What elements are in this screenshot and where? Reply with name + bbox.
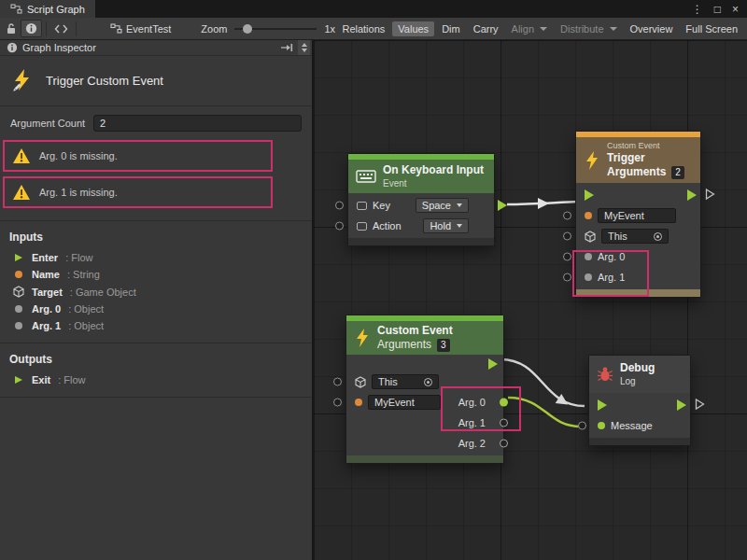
- connection-wires: [314, 40, 747, 560]
- dock-panel-icon[interactable]: [280, 42, 293, 53]
- unit-title: Trigger Custom Event: [46, 74, 163, 88]
- chevron-down-icon: [457, 224, 462, 228]
- node-header[interactable]: Custom Event Arguments 3: [346, 321, 503, 355]
- node-header[interactable]: Debug Log: [589, 356, 690, 393]
- event-name-row: MyEvent: [576, 205, 700, 226]
- edit-source-button[interactable]: [50, 21, 72, 36]
- arg0-input-port[interactable]: [563, 253, 571, 261]
- dim-button[interactable]: Dim: [436, 21, 466, 36]
- arg1-input-port[interactable]: [563, 273, 571, 282]
- relations-button[interactable]: Relations: [336, 21, 390, 36]
- align-button[interactable]: Align: [506, 21, 553, 36]
- fullscreen-button[interactable]: Full Screen: [680, 21, 743, 36]
- lock-button[interactable]: [2, 21, 21, 36]
- graph-asset-button[interactable]: EventTest: [105, 21, 176, 36]
- scroll-up-icon[interactable]: [302, 43, 307, 47]
- node-custom-event[interactable]: Custom Event Arguments 3 This: [345, 315, 504, 464]
- port-type: : Flow: [65, 252, 92, 263]
- graph-canvas[interactable]: On Keyboard Input Event Key Space: [314, 40, 747, 560]
- event-name-field[interactable]: MyEvent: [598, 208, 676, 223]
- port-name: Target: [32, 287, 63, 298]
- name-input-port[interactable]: [563, 212, 571, 220]
- keyboard-icon: [356, 169, 376, 184]
- action-dropdown[interactable]: Hold: [423, 218, 469, 233]
- toolbar-right-group: Relations Values Dim Carry Align Distrib…: [336, 21, 745, 36]
- zoom-slider[interactable]: [234, 23, 317, 35]
- target-input-port[interactable]: [563, 232, 571, 241]
- align-label: Align: [512, 23, 534, 35]
- port-name: Arg. 1: [32, 320, 61, 331]
- flow-input-port[interactable]: [598, 399, 607, 411]
- node-trigger-custom-event[interactable]: Custom Event Trigger Arguments 2: [575, 131, 701, 298]
- flow-output-port[interactable]: [498, 200, 507, 211]
- object-port-icon: [585, 253, 592, 260]
- tab-script-graph[interactable]: Script Graph: [0, 0, 95, 18]
- arg1-output-port[interactable]: [500, 419, 508, 427]
- key-input-port[interactable]: [335, 202, 344, 210]
- flow-row: [576, 185, 700, 205]
- chevron-down-icon: [457, 203, 462, 207]
- target-field[interactable]: This: [372, 374, 439, 389]
- flow-row: [589, 395, 690, 415]
- arg0-row: Arg. 0: [576, 246, 700, 267]
- window-menu-icon[interactable]: ⋮: [692, 3, 703, 16]
- flow-input-port[interactable]: [585, 189, 594, 201]
- bug-icon: [597, 366, 613, 383]
- key-port-row: Key Space: [348, 195, 494, 216]
- inspector-toggle-button[interactable]: [21, 20, 42, 37]
- arg1-row: Arg. 1: [576, 267, 700, 287]
- name-input-port[interactable]: [333, 399, 342, 407]
- node-body: MyEvent This Arg. 0: [576, 183, 700, 289]
- action-input-port[interactable]: [335, 222, 344, 231]
- values-button[interactable]: Values: [392, 21, 434, 36]
- target-field[interactable]: This: [601, 229, 669, 244]
- overview-button[interactable]: Overview: [625, 21, 679, 36]
- argument-count-badge: 3: [437, 339, 450, 352]
- port-name: Arg. 0: [32, 303, 61, 315]
- flow-output-port[interactable]: [677, 399, 686, 411]
- node-header[interactable]: Custom Event Trigger Arguments 2: [576, 137, 700, 183]
- message-input-port[interactable]: [578, 422, 586, 430]
- arg2-output-port[interactable]: [500, 440, 508, 448]
- key-label: Key: [373, 200, 390, 211]
- values-label: Values: [398, 23, 429, 35]
- flow-output-port[interactable]: [687, 189, 697, 201]
- panel-scroll-spinner[interactable]: [298, 40, 310, 55]
- scroll-down-icon[interactable]: [302, 49, 307, 52]
- carry-label: Carry: [473, 23, 499, 35]
- object-port-icon: [585, 273, 592, 281]
- inspector-header: Graph Inspector: [0, 40, 312, 56]
- target-input-port[interactable]: [333, 378, 342, 386]
- carry-button[interactable]: Carry: [468, 21, 504, 36]
- node-title: Debug: [620, 361, 655, 375]
- object-picker-icon[interactable]: [654, 232, 662, 241]
- port-row-target: Target : Game Object: [0, 283, 312, 301]
- node-on-keyboard-input[interactable]: On Keyboard Input Event Key Space: [347, 153, 495, 246]
- wire-arrowhead: [556, 394, 571, 410]
- event-name-field[interactable]: MyEvent: [368, 395, 441, 410]
- zoom-slider-handle[interactable]: [243, 24, 252, 34]
- argument-count-input[interactable]: [93, 115, 302, 132]
- window-controls: ⋮ □ ×: [692, 0, 747, 18]
- argument-count-row: Argument Count: [0, 106, 312, 138]
- arg0-output-port-connected[interactable]: [500, 399, 508, 407]
- node-debug-log[interactable]: Debug Log Message: [588, 355, 691, 446]
- object-picker-icon[interactable]: [424, 378, 432, 386]
- string-port-icon: [355, 399, 362, 406]
- event-name-value: MyEvent: [604, 210, 644, 221]
- port-row-exit: Exit : Flow: [0, 371, 312, 388]
- lock-icon: [6, 22, 17, 35]
- arg2-row: Arg. 2: [346, 433, 503, 454]
- message-row: Message: [589, 415, 690, 436]
- window-maximize-icon[interactable]: □: [714, 3, 721, 16]
- node-header[interactable]: On Keyboard Input Event: [348, 160, 494, 193]
- arg0-label: Arg. 0: [458, 397, 495, 408]
- string-port-icon: [585, 212, 592, 219]
- relations-label: Relations: [342, 23, 385, 35]
- distribute-button[interactable]: Distribute: [555, 21, 622, 36]
- arg0-label: Arg. 0: [598, 251, 625, 262]
- flow-row: [346, 357, 503, 371]
- key-dropdown[interactable]: Space: [416, 198, 469, 213]
- flow-output-port[interactable]: [488, 358, 498, 370]
- window-close-icon[interactable]: ×: [732, 3, 739, 16]
